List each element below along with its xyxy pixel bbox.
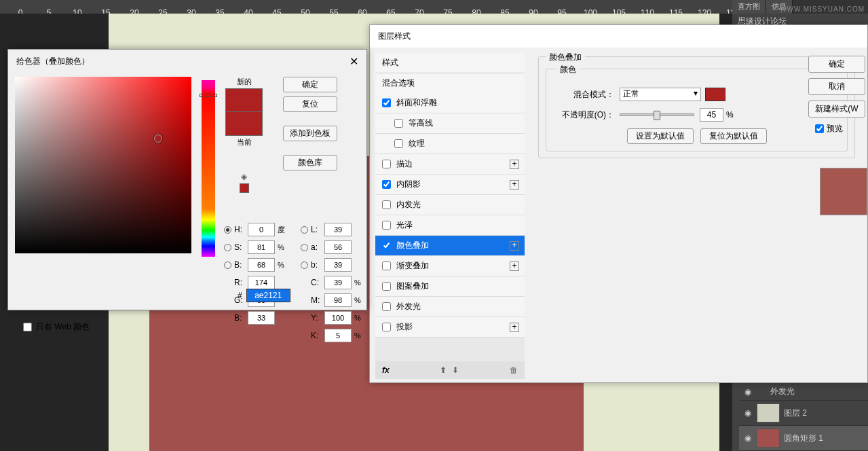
ruler-mark: 20: [124, 8, 145, 14]
c-input[interactable]: [324, 276, 352, 289]
trash-icon[interactable]: 🗑: [510, 365, 518, 375]
blend-options-item[interactable]: 混合选项: [375, 73, 525, 93]
b-input[interactable]: [248, 258, 275, 272]
ruler-mark: 110: [637, 8, 658, 14]
k-input[interactable]: [324, 329, 352, 342]
layer-row[interactable]: ◉ 圆角矩形 1: [739, 426, 868, 451]
ruler-mark: 10: [67, 8, 88, 14]
add-effect-icon[interactable]: +: [510, 241, 519, 251]
y-input[interactable]: [324, 311, 352, 325]
current-color-swatch[interactable]: [225, 112, 263, 136]
cancel-button[interactable]: 取消: [808, 78, 865, 95]
a-input[interactable]: [324, 240, 352, 254]
color-field[interactable]: [15, 77, 191, 253]
ruler-mark: 35: [210, 8, 230, 14]
style-checkbox[interactable]: [394, 119, 403, 128]
bv-input[interactable]: [248, 311, 275, 325]
style-label: 投影: [396, 321, 413, 333]
effect-row[interactable]: ◉ 外发光: [739, 383, 868, 401]
group-title: 颜色叠加: [546, 52, 585, 63]
style-checkbox[interactable]: [382, 221, 391, 230]
effect-outer-glow: 外发光: [757, 386, 795, 397]
opacity-label: 不透明度(O)：: [556, 109, 614, 121]
web-only-checkbox[interactable]: 只有 Web 颜色: [23, 321, 90, 333]
layer-row[interactable]: ◉ 图层 2: [739, 401, 868, 426]
add-effect-icon[interactable]: +: [510, 323, 519, 332]
add-effect-icon[interactable]: +: [510, 160, 519, 169]
style-item[interactable]: 描边+: [375, 154, 525, 175]
hue-slider[interactable]: [202, 80, 215, 257]
l-radio[interactable]: [301, 226, 308, 234]
style-item[interactable]: 渐变叠加+: [375, 256, 525, 276]
m-input[interactable]: [324, 293, 352, 307]
ok-button[interactable]: 确定: [808, 56, 865, 73]
blend-mode-select[interactable]: 正常: [620, 88, 701, 101]
l-input[interactable]: [324, 223, 352, 236]
style-item[interactable]: 等高线: [375, 113, 525, 134]
arrow-down-icon[interactable]: ⬇: [452, 365, 459, 375]
style-item[interactable]: 斜面和浮雕: [375, 93, 525, 113]
hex-input[interactable]: [246, 289, 290, 302]
color-lib-button[interactable]: 颜色库: [283, 155, 337, 170]
arrow-up-icon[interactable]: ⬆: [440, 365, 447, 375]
color-cursor[interactable]: [154, 134, 162, 143]
opacity-input[interactable]: [700, 108, 723, 122]
h-input[interactable]: [248, 223, 275, 236]
style-checkbox[interactable]: [382, 160, 391, 168]
style-item[interactable]: 纹理: [375, 134, 525, 154]
style-item[interactable]: 投影+: [375, 317, 525, 338]
style-item[interactable]: 内发光: [375, 195, 525, 215]
lb-radio[interactable]: [301, 261, 308, 269]
a-radio[interactable]: [301, 244, 308, 251]
ok-button[interactable]: 确定: [283, 77, 337, 92]
close-icon[interactable]: ✕: [350, 55, 358, 68]
style-item[interactable]: 图案叠加: [375, 276, 525, 297]
add-swatch-button[interactable]: 添加到色板: [283, 126, 337, 141]
style-checkbox[interactable]: [394, 139, 403, 148]
style-checkbox[interactable]: [382, 302, 391, 311]
ruler-mark: 90: [523, 8, 544, 14]
add-effect-icon[interactable]: +: [510, 261, 519, 271]
ruler-mark: 25: [153, 8, 173, 14]
new-style-button[interactable]: 新建样式(W: [808, 101, 865, 118]
ruler-mark: 75: [438, 8, 458, 14]
reset-button[interactable]: 复位: [283, 96, 337, 112]
set-default-button[interactable]: 设置为默认值: [627, 128, 694, 144]
style-checkbox[interactable]: [382, 98, 391, 107]
style-checkbox[interactable]: [382, 200, 391, 209]
r-input[interactable]: [248, 276, 275, 289]
layer-thumbnail: [757, 403, 780, 422]
add-effect-icon[interactable]: +: [510, 180, 519, 190]
style-checkbox[interactable]: [382, 323, 391, 331]
ruler-mark: 95: [552, 8, 572, 14]
panel-tab-histogram[interactable]: 直方图: [732, 0, 766, 14]
style-checkbox[interactable]: [382, 261, 391, 270]
ruler-mark: 85: [495, 8, 515, 14]
lb-input[interactable]: [324, 258, 352, 272]
opacity-slider[interactable]: [620, 113, 694, 116]
style-checkbox[interactable]: [382, 241, 391, 250]
visibility-icon[interactable]: ◉: [743, 387, 753, 397]
s-input[interactable]: [248, 240, 275, 254]
cube-icon[interactable]: ◈: [241, 172, 247, 181]
fx-icon[interactable]: fx: [382, 365, 390, 375]
overlay-color-swatch[interactable]: [705, 88, 725, 101]
websafe-swatch[interactable]: [240, 183, 249, 193]
style-checkbox[interactable]: [382, 180, 391, 189]
b-radio[interactable]: [224, 261, 231, 269]
s-radio[interactable]: [224, 244, 231, 251]
style-label: 颜色叠加: [396, 240, 429, 251]
style-label: 纹理: [409, 138, 425, 149]
visibility-icon[interactable]: ◉: [743, 433, 753, 443]
visibility-icon[interactable]: ◉: [743, 408, 753, 418]
preview-checkbox[interactable]: 预览: [808, 123, 865, 134]
style-item[interactable]: 光泽: [375, 215, 525, 236]
h-radio[interactable]: [224, 226, 231, 234]
style-item[interactable]: 外发光: [375, 297, 525, 317]
style-item[interactable]: 颜色叠加+: [375, 236, 525, 256]
style-item[interactable]: 内阴影+: [375, 175, 525, 195]
current-color-label: 当前: [237, 137, 252, 147]
style-checkbox[interactable]: [382, 282, 391, 291]
hue-slider-thumb[interactable]: [200, 94, 217, 97]
reset-default-button[interactable]: 复位为默认值: [700, 128, 767, 144]
